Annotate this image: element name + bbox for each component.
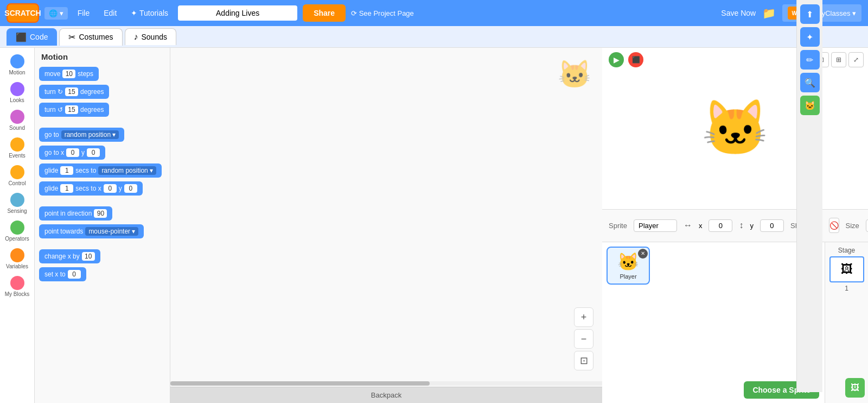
- code-area[interactable]: 🐱 + − ⊡ Backpack: [170, 48, 602, 403]
- glide-x-input[interactable]: 0: [104, 184, 117, 193]
- category-operators[interactable]: Operators: [2, 218, 33, 244]
- zoom-out-button[interactable]: −: [574, 329, 593, 349]
- size-input[interactable]: [866, 219, 868, 232]
- share-button[interactable]: Share: [303, 4, 346, 22]
- block-point-dir[interactable]: point in direction 90: [39, 205, 165, 222]
- sensing-dot: [10, 193, 24, 207]
- goto-xy-text: go to x: [44, 149, 64, 156]
- x-coord-input[interactable]: [709, 219, 732, 232]
- move-text: move: [44, 70, 60, 78]
- goto-text: go to: [44, 131, 59, 138]
- scratch-logo[interactable]: SCRATCH: [7, 3, 39, 23]
- add-sprite-area: Choose a Sprite ⬆ ✦ ✏ 🔍 🐱: [744, 381, 819, 399]
- backdrop-count: 1: [845, 285, 848, 292]
- language-button[interactable]: 🌐 ▾: [44, 7, 68, 20]
- sprites-area: ✕ 🐱 Player Choose a Sprite ⬆ ✦ ✏ 🔍 🐱: [602, 242, 868, 404]
- events-label: Events: [9, 153, 25, 159]
- category-sensing[interactable]: Sensing: [2, 191, 33, 216]
- horizontal-scrollbar[interactable]: [170, 381, 602, 386]
- category-control[interactable]: Control: [2, 163, 33, 188]
- block-turn-ccw[interactable]: turn ↺ 15 degrees: [39, 102, 165, 118]
- normal-stage-button[interactable]: ⊞: [831, 52, 846, 67]
- stage-cat-sprite: 🐱: [701, 96, 769, 160]
- operators-dot: [10, 221, 24, 235]
- turn-cw-input[interactable]: 15: [65, 87, 78, 96]
- category-events[interactable]: Events: [2, 135, 33, 161]
- sprite-delete-button[interactable]: ✕: [638, 249, 648, 259]
- block-move[interactable]: move 10 steps: [39, 66, 165, 82]
- looks-label: Looks: [10, 97, 24, 103]
- code-tab-label: Code: [30, 33, 48, 41]
- see-project-button[interactable]: ⟳ See Project Page: [351, 9, 414, 17]
- point-towards-text: point towards: [44, 228, 83, 235]
- tab-code[interactable]: ⬛ Code: [7, 28, 57, 46]
- stop-button[interactable]: ⬛: [628, 52, 643, 67]
- edit-menu[interactable]: Edit: [99, 7, 121, 20]
- my-blocks-dot: [10, 276, 24, 290]
- turn-ccw-input[interactable]: 15: [65, 105, 78, 114]
- stage-thumbnail[interactable]: 🖼: [829, 256, 864, 282]
- category-my-blocks[interactable]: My Blocks: [2, 274, 33, 299]
- category-sound[interactable]: Sound: [2, 108, 33, 133]
- goto-y-input[interactable]: 0: [87, 148, 100, 157]
- project-title-input[interactable]: [178, 5, 297, 21]
- sprite-thumbnail: 🐱: [617, 251, 639, 272]
- set-x-input[interactable]: 0: [68, 270, 81, 279]
- zoom-controls: + − ⊡: [574, 307, 593, 370]
- block-point-towards[interactable]: point towards mouse-pointer ▾: [39, 223, 165, 240]
- glide-pos-secs[interactable]: 1: [60, 166, 73, 175]
- point-dir-input[interactable]: 90: [94, 209, 107, 218]
- block-glide-xy[interactable]: glide 1 secs to x 0 y 0: [39, 180, 165, 197]
- block-set-x[interactable]: set x to 0: [39, 266, 165, 282]
- folder-icon[interactable]: 📁: [762, 7, 776, 20]
- change-x-input[interactable]: 10: [82, 252, 95, 261]
- costumes-tab-icon: ✂: [68, 32, 75, 42]
- tab-sounds[interactable]: ♪ Sounds: [125, 28, 176, 45]
- topbar-right: Save Now 📁 W WiingyClasses ▾: [721, 4, 861, 22]
- sprite-name-input[interactable]: [634, 219, 677, 232]
- zoom-in-button[interactable]: +: [574, 307, 593, 327]
- add-backdrop-button[interactable]: 🖼: [845, 378, 865, 398]
- backdrops-panel: Stage 🖼 1 🖼: [825, 242, 868, 404]
- glide-pos-secs-label: secs to: [75, 167, 96, 174]
- sprite-item-player[interactable]: ✕ 🐱 Player: [607, 247, 650, 285]
- block-change-x[interactable]: change x by 10: [39, 248, 165, 265]
- zoom-fit-button[interactable]: ⊡: [574, 351, 593, 370]
- y-coord-input[interactable]: [760, 219, 784, 232]
- sprite-info-bar: Sprite ↔ x ↕ y Show 👁 🚫 Size Direction: [602, 210, 868, 242]
- blocks-title: Motion: [39, 52, 165, 61]
- hide-button[interactable]: 🚫: [829, 218, 839, 233]
- file-menu[interactable]: File: [73, 7, 94, 20]
- block-goto-pos[interactable]: go to random position ▾: [39, 127, 165, 143]
- x-coord-icon: ↔: [684, 221, 692, 230]
- glide-xy-secs[interactable]: 1: [60, 184, 73, 193]
- main-area: Motion Looks Sound Events Control Sensin…: [0, 48, 868, 403]
- operators-label: Operators: [5, 236, 29, 242]
- goto-dropdown[interactable]: random position ▾: [61, 130, 119, 139]
- sounds-tab-label: Sounds: [142, 33, 167, 41]
- tutorials-button[interactable]: ✦ Tutorials: [126, 7, 173, 20]
- category-looks[interactable]: Looks: [2, 80, 33, 105]
- point-towards-dropdown[interactable]: mouse-pointer ▾: [85, 227, 138, 236]
- goto-y-label: y: [81, 149, 85, 156]
- size-label: Size: [846, 222, 859, 230]
- block-goto-xy[interactable]: go to x 0 y 0: [39, 144, 165, 161]
- glide-y-input[interactable]: 0: [124, 184, 137, 193]
- category-motion[interactable]: Motion: [2, 52, 33, 78]
- topbar: SCRATCH 🌐 ▾ File Edit ✦ Tutorials Share …: [0, 0, 868, 26]
- variables-dot: [10, 248, 24, 262]
- save-now-button[interactable]: Save Now: [721, 9, 756, 17]
- category-variables[interactable]: Variables: [2, 246, 33, 272]
- change-x-text: change x by: [44, 253, 80, 260]
- backpack-bar[interactable]: Backpack: [170, 387, 602, 403]
- tab-costumes[interactable]: ✂ Costumes: [59, 28, 122, 46]
- categories-panel: Motion Looks Sound Events Control Sensin…: [0, 48, 35, 403]
- block-glide-pos[interactable]: glide 1 secs to random position ▾: [39, 162, 165, 179]
- glide-pos-dropdown[interactable]: random position ▾: [98, 166, 156, 175]
- green-flag-button[interactable]: ▶: [609, 52, 624, 67]
- block-turn-cw[interactable]: turn ↻ 15 degrees: [39, 84, 165, 100]
- goto-x-input[interactable]: 0: [66, 148, 79, 157]
- glide-pos-text: glide: [44, 167, 58, 174]
- move-steps-input[interactable]: 10: [62, 70, 75, 78]
- fullscreen-button[interactable]: ⤢: [848, 52, 864, 67]
